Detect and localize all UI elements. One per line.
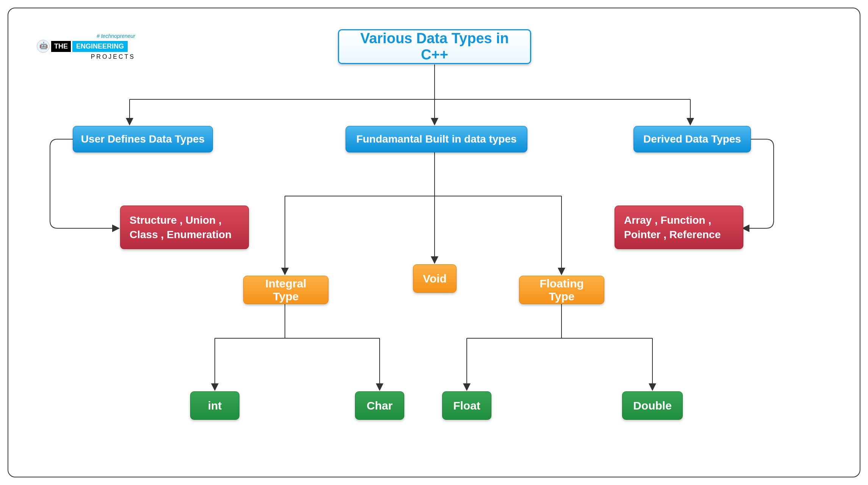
int-node: int [190, 391, 239, 420]
derived-items-line1: Array , Function , [624, 213, 711, 228]
brand-logo: # technopreneur THE ENGINEERING PROJECTS [37, 33, 143, 60]
title-node: Various Data Types in C++ [338, 29, 531, 64]
user-items-node: Structure , Union , Class , Enumeration [120, 206, 249, 249]
logo-mid-row: THE ENGINEERING [37, 40, 143, 53]
char-node: Char [355, 391, 404, 420]
logo-tag: # technopreneur [37, 33, 143, 39]
floating-node: Floating Type [519, 276, 604, 304]
diagram-frame: # technopreneur THE ENGINEERING PROJECTS [8, 8, 860, 477]
user-defines-node: User Defines Data Types [73, 126, 213, 152]
user-items-line1: Structure , Union , [130, 213, 222, 228]
logo-projects: PROJECTS [37, 53, 143, 60]
derived-node: Derived Data Types [633, 126, 751, 152]
fundamental-node: Fundamantal Built in data types [346, 126, 527, 152]
robot-icon [37, 40, 50, 53]
derived-items-node: Array , Function , Pointer , Reference [615, 206, 743, 249]
double-node: Double [622, 391, 683, 420]
derived-items-line2: Pointer , Reference [624, 228, 721, 242]
logo-engineering: ENGINEERING [72, 41, 128, 52]
user-items-line2: Class , Enumeration [130, 228, 231, 242]
void-node: Void [413, 264, 457, 293]
integral-node: Integral Type [243, 276, 328, 304]
float-node: Float [442, 391, 491, 420]
logo-the: THE [51, 41, 71, 52]
